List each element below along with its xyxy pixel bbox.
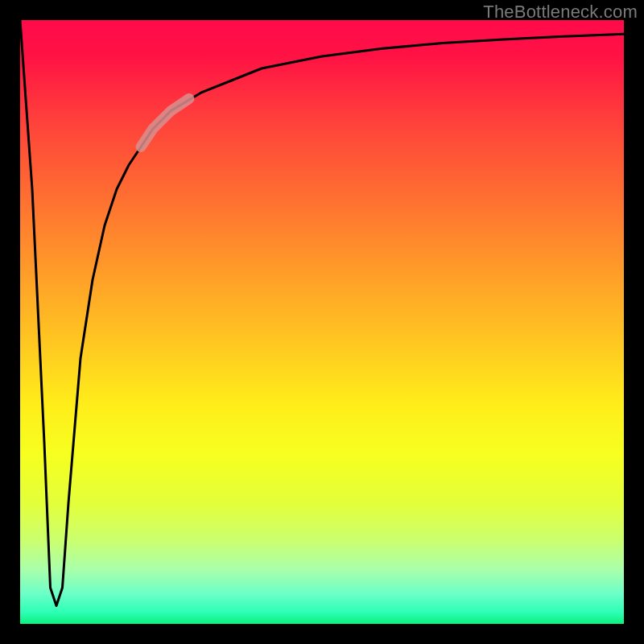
bottleneck-curve [20,20,624,606]
plot-area [20,20,624,624]
curve-svg [20,20,624,624]
chart-frame: TheBottleneck.com [0,0,644,644]
highlight-segment [141,99,189,147]
